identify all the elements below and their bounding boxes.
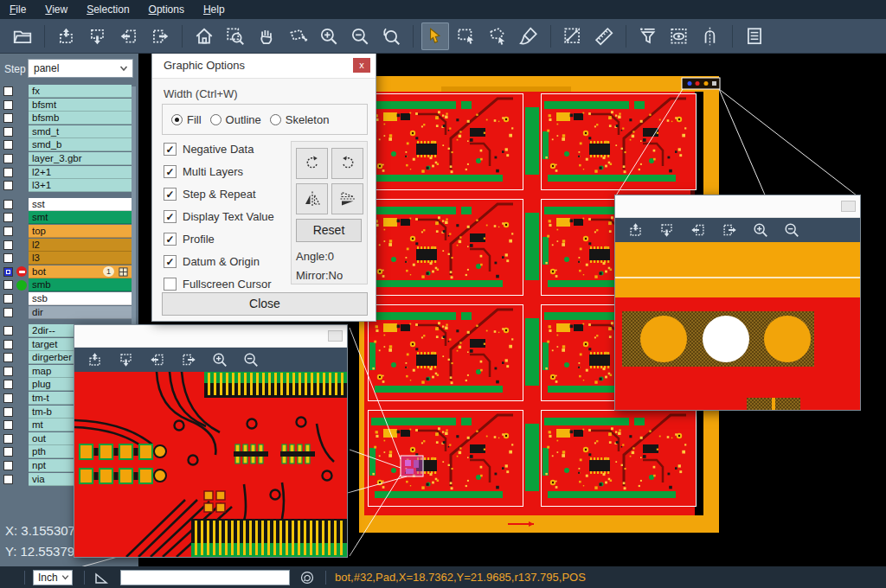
zoom-out-button[interactable] [240, 349, 262, 370]
pan-down-button[interactable] [115, 349, 138, 370]
layer-row-layer_3.gbr[interactable]: layer_3.gbr [0, 152, 138, 166]
layer-checkbox[interactable] [3, 461, 13, 470]
layer-label[interactable]: top [29, 225, 132, 238]
mirror-horizontal-button[interactable] [296, 183, 328, 214]
pan-right-button[interactable] [146, 22, 174, 50]
open-file-button[interactable] [9, 22, 36, 50]
angle-mode-icon[interactable] [93, 569, 110, 586]
window-button[interactable] [841, 201, 856, 212]
layer-label[interactable]: bfsmb [29, 112, 132, 125]
layer-checkbox[interactable] [3, 86, 13, 96]
layer-checkbox[interactable] [3, 420, 13, 430]
checkbox-display-text-value[interactable]: ✓Display Text Value [164, 210, 274, 223]
layer-label[interactable]: smb [29, 278, 132, 291]
dialog-titlebar[interactable]: Graphic Options x [152, 53, 376, 79]
layer-checkbox[interactable] [3, 434, 13, 444]
layer-checkbox[interactable] [3, 168, 13, 177]
zoom-out-button[interactable] [346, 22, 374, 50]
layer-row-l2[interactable]: l2 [0, 239, 138, 252]
brush-button[interactable] [515, 22, 543, 50]
checkbox-datum-origin[interactable]: ✓Datum & Origin [164, 255, 260, 268]
menu-selection[interactable]: Selection [77, 0, 138, 19]
pan-up-button[interactable] [84, 349, 106, 370]
layer-checkbox[interactable] [3, 340, 13, 349]
layer-row-top[interactable]: top [0, 225, 138, 239]
measure-ruler-button[interactable] [590, 22, 618, 50]
layer-red-indicator[interactable] [16, 266, 27, 277]
pcb-board[interactable] [542, 94, 697, 190]
layer-row-l3[interactable]: l3 [0, 252, 138, 265]
layer-checkbox[interactable] [3, 294, 13, 304]
pan-left-button[interactable] [115, 22, 143, 50]
layer-checkbox[interactable] [3, 113, 13, 123]
pan-up-button[interactable] [625, 220, 647, 240]
layer-checkbox[interactable] [3, 240, 13, 250]
menu-view[interactable]: View [35, 0, 77, 19]
checkbox-multi-layers[interactable]: ✓Multi Layers [164, 165, 243, 178]
layer-label[interactable]: l2+1 [29, 166, 132, 179]
unit-dropdown[interactable]: Inch [33, 570, 73, 585]
snap-button[interactable] [697, 22, 724, 50]
radio-fill[interactable]: Fill [171, 113, 202, 126]
layer-row-bfsmt[interactable]: bfsmt [0, 99, 138, 112]
layer-checkbox[interactable] [3, 308, 13, 317]
layer-row-smb[interactable]: smb [0, 278, 138, 292]
view-area-button[interactable] [665, 22, 693, 50]
layer-checkbox[interactable] [3, 140, 13, 150]
layer-checkbox[interactable] [3, 475, 13, 484]
select-cursor-button[interactable] [421, 22, 449, 50]
layer-label[interactable]: sst [29, 198, 132, 211]
layer-label[interactable]: smd_b [29, 138, 132, 151]
radio-skeleton[interactable]: Skeleton [270, 113, 330, 126]
layer-checkbox[interactable] [3, 267, 13, 277]
layer-row-smt[interactable]: smt [0, 211, 138, 225]
layer-checkbox[interactable] [3, 154, 13, 163]
zoom-previous-button[interactable] [377, 22, 405, 50]
pan-left-button[interactable] [687, 220, 709, 240]
layer-label[interactable]: fx [29, 85, 132, 98]
layer-label[interactable]: smd_t [29, 125, 132, 138]
layer-row-ssb[interactable]: ssb [0, 292, 138, 306]
radio-outline[interactable]: Outline [210, 113, 261, 126]
reset-button[interactable]: Reset [296, 219, 362, 242]
layer-row-fx[interactable]: fx [0, 85, 138, 99]
layer-checkbox[interactable] [3, 380, 13, 389]
close-icon[interactable]: x [353, 58, 370, 73]
layer-row-bot[interactable]: bot1 [0, 265, 138, 279]
checkbox-step-repeat[interactable]: ✓Step & Repeat [164, 188, 256, 201]
layer-checkbox[interactable] [3, 393, 13, 403]
layer-checkbox[interactable] [3, 367, 13, 376]
magnifier-titlebar[interactable] [74, 325, 347, 348]
command-input[interactable] [120, 570, 290, 585]
layer-label[interactable]: dir [29, 306, 132, 319]
select-poly-button[interactable] [484, 22, 511, 50]
refresh-icon[interactable] [299, 570, 315, 585]
pcb-board[interactable] [542, 411, 697, 507]
layer-row-dir[interactable]: dir [0, 306, 138, 320]
layer-row-l2+1[interactable]: l2+1 [0, 166, 138, 180]
magnifier-window-detail[interactable] [74, 324, 348, 558]
checkbox-fullscreen-cursor[interactable]: Fullscreen Cursor [164, 278, 272, 291]
menu-options[interactable]: Options [139, 0, 194, 19]
layer-checkbox[interactable] [3, 127, 13, 137]
layer-row-sst[interactable]: sst [0, 198, 138, 212]
layer-row-smd_t[interactable]: smd_t [0, 125, 138, 139]
pan-up-button[interactable] [53, 22, 80, 50]
layer-checkbox[interactable] [3, 280, 13, 290]
magnifier-content[interactable] [615, 242, 860, 410]
rotate-ccw-button[interactable] [331, 148, 363, 179]
window-button[interactable] [328, 330, 343, 342]
magnifier-content[interactable] [74, 372, 347, 557]
pan-down-button[interactable] [656, 220, 678, 240]
layer-green-indicator[interactable] [16, 280, 27, 291]
rotate-cw-button[interactable] [296, 148, 328, 179]
layer-checkbox[interactable] [3, 181, 13, 190]
pan-right-button[interactable] [718, 220, 741, 240]
pcb-board[interactable] [369, 200, 523, 296]
layer-label[interactable]: smt [29, 211, 132, 224]
magnifier-titlebar[interactable] [615, 195, 860, 218]
close-button[interactable]: Close [162, 292, 368, 316]
pcb-board[interactable] [369, 94, 523, 190]
layer-checkbox[interactable] [3, 326, 13, 336]
layer-label[interactable]: l3 [29, 252, 132, 265]
